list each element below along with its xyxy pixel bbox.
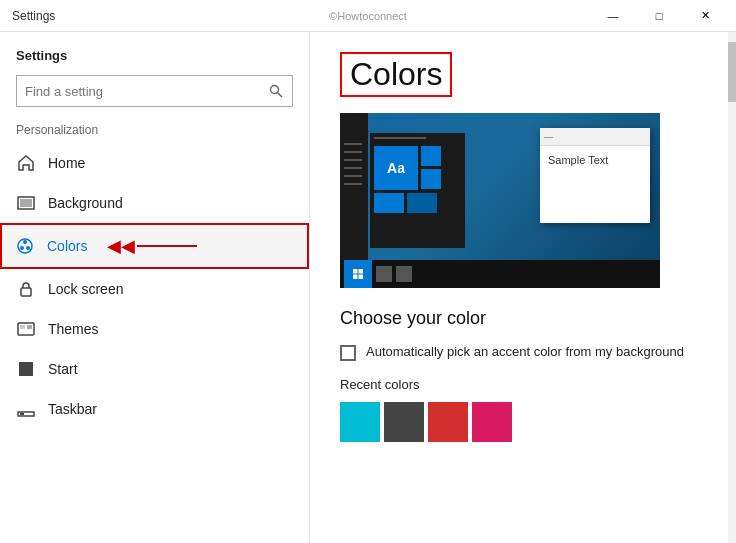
sidebar: Settings Personalization Home [0, 32, 310, 543]
tile-med-1 [374, 193, 404, 213]
colors-icon [15, 236, 35, 256]
preview-desktop-bg: Aa — [340, 113, 660, 288]
sidebar-item-colors[interactable]: Colors ◀◀ [0, 223, 309, 269]
preview-tiles: Aa [370, 133, 465, 248]
taskbar-icon [16, 399, 36, 419]
svg-rect-21 [359, 275, 364, 280]
preview-sample-text: Sample Text [548, 154, 608, 166]
preview-taskbar-icon-2 [396, 266, 412, 282]
preview-sidebar-lines [340, 113, 368, 189]
auto-accent-checkbox[interactable] [340, 345, 356, 361]
auto-accent-row[interactable]: Automatically pick an accent color from … [340, 343, 706, 361]
start-icon [16, 359, 36, 379]
sidebar-item-home-label: Home [48, 155, 85, 171]
sidebar-line [344, 151, 362, 153]
svg-rect-18 [353, 269, 358, 274]
background-icon [16, 193, 36, 213]
preview-taskbar [340, 260, 660, 288]
color-swatches [340, 402, 706, 442]
sidebar-item-start-label: Start [48, 361, 78, 377]
sidebar-line [344, 183, 362, 185]
svg-rect-12 [19, 362, 26, 369]
preview-taskbar-icon-1 [376, 266, 392, 282]
svg-rect-19 [359, 269, 364, 274]
sidebar-line [344, 143, 362, 145]
sidebar-line [344, 159, 362, 161]
sidebar-item-taskbar-label: Taskbar [48, 401, 97, 417]
preview-window: — Sample Text [540, 128, 650, 223]
scrollbar-thumb[interactable] [728, 42, 736, 102]
tile-row-2 [374, 193, 461, 213]
color-swatch-pink[interactable] [472, 402, 512, 442]
auto-accent-label: Automatically pick an accent color from … [366, 343, 684, 361]
tile-aa: Aa [374, 146, 418, 190]
close-button[interactable]: ✕ [682, 0, 728, 32]
preview-window-content: Sample Text [540, 146, 650, 174]
svg-point-7 [26, 246, 30, 250]
page-title-box: Colors [340, 52, 452, 97]
svg-rect-8 [21, 288, 31, 296]
section-label: Personalization [0, 119, 309, 143]
color-swatch-teal[interactable] [340, 402, 380, 442]
preview-sidebar [340, 113, 368, 260]
svg-rect-10 [20, 325, 25, 329]
tile-small-group [421, 146, 441, 190]
svg-point-0 [271, 86, 279, 94]
sidebar-line [344, 167, 362, 169]
preview-window-titlebar: — [540, 128, 650, 146]
sidebar-item-lockscreen[interactable]: Lock screen [0, 269, 309, 309]
tile-sm-2 [421, 169, 441, 189]
page-title: Colors [350, 56, 442, 93]
sidebar-item-colors-label: Colors [47, 238, 87, 254]
tile-menu-line [374, 137, 426, 139]
svg-point-5 [23, 240, 27, 244]
sidebar-item-home[interactable]: Home [0, 143, 309, 183]
app-title: Settings [12, 9, 55, 23]
window-controls: — □ ✕ [590, 0, 728, 32]
svg-rect-14 [19, 369, 26, 376]
svg-rect-17 [20, 413, 24, 415]
sidebar-item-lockscreen-label: Lock screen [48, 281, 123, 297]
sidebar-item-themes[interactable]: Themes [0, 309, 309, 349]
arrow-annotation: ◀◀ [107, 235, 199, 257]
choose-color-heading: Choose your color [340, 308, 706, 329]
tile-sm-1 [421, 146, 441, 166]
svg-rect-3 [20, 199, 32, 207]
main-content: Colors [310, 32, 736, 543]
themes-icon [16, 319, 36, 339]
preview-start-button [344, 260, 372, 288]
scrollbar[interactable] [728, 32, 736, 543]
search-icon[interactable] [260, 75, 292, 107]
svg-rect-11 [27, 325, 32, 329]
preview-window-title-line: — [544, 132, 553, 142]
sidebar-item-taskbar[interactable]: Taskbar [0, 389, 309, 429]
svg-line-1 [278, 93, 283, 98]
desktop-preview: Aa — [340, 113, 660, 288]
tile-med-2 [407, 193, 437, 213]
color-swatch-darkgray[interactable] [384, 402, 424, 442]
app-title-sidebar: Settings [0, 40, 309, 67]
sidebar-line [344, 175, 362, 177]
watermark: ©Howtoconnect [329, 10, 407, 22]
sidebar-item-background-label: Background [48, 195, 123, 211]
sidebar-item-start[interactable]: Start [0, 349, 309, 389]
tile-row-1: Aa [374, 146, 461, 190]
color-swatch-red[interactable] [428, 402, 468, 442]
svg-rect-13 [26, 362, 33, 369]
home-icon [16, 153, 36, 173]
search-input[interactable] [17, 84, 260, 99]
search-box[interactable] [16, 75, 293, 107]
recent-colors-label: Recent colors [340, 377, 706, 392]
app-body: Settings Personalization Home [0, 32, 736, 543]
svg-rect-15 [26, 369, 33, 376]
svg-point-6 [20, 246, 24, 250]
sidebar-item-themes-label: Themes [48, 321, 99, 337]
lockscreen-icon [16, 279, 36, 299]
svg-rect-20 [353, 275, 358, 280]
title-bar: Settings ©Howtoconnect — □ ✕ [0, 0, 736, 32]
sidebar-item-background[interactable]: Background [0, 183, 309, 223]
maximize-button[interactable]: □ [636, 0, 682, 32]
minimize-button[interactable]: — [590, 0, 636, 32]
